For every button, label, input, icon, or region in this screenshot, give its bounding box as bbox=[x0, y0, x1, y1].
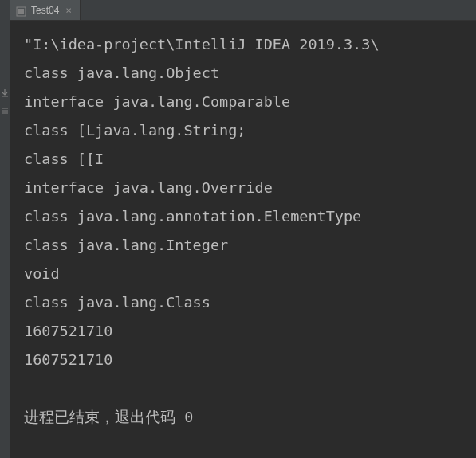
download-icon[interactable] bbox=[1, 89, 9, 97]
console-line: class java.lang.Object bbox=[24, 59, 468, 88]
console-line: 1607521710 bbox=[24, 317, 468, 346]
console-line: interface java.lang.Override bbox=[24, 174, 468, 202]
console-line bbox=[24, 374, 468, 403]
tab-label: Test04 bbox=[31, 5, 59, 16]
console-line: void bbox=[24, 260, 468, 288]
tab-bar: Test04 × bbox=[10, 0, 476, 21]
console-line: 1607521710 bbox=[24, 346, 468, 374]
tab-test04[interactable]: Test04 × bbox=[10, 0, 81, 20]
gutter bbox=[0, 0, 10, 458]
run-config-icon bbox=[16, 5, 26, 15]
console-line: interface java.lang.Comparable bbox=[24, 88, 468, 116]
svg-rect-1 bbox=[18, 9, 24, 14]
console-output[interactable]: "I:\idea-project\IntelliJ IDEA 2019.3.3\… bbox=[10, 21, 476, 458]
console-line: 进程已结束，退出代码 0 bbox=[24, 403, 468, 432]
console-line: class java.lang.Integer bbox=[24, 231, 468, 260]
console-line: class java.lang.Class bbox=[24, 288, 468, 317]
console-line: class java.lang.annotation.ElementType bbox=[24, 202, 468, 231]
close-icon[interactable]: × bbox=[64, 5, 73, 15]
main-area: Test04 × "I:\idea-project\IntelliJ IDEA … bbox=[10, 0, 476, 458]
console-line: class [[I bbox=[24, 145, 468, 174]
console-line: "I:\idea-project\IntelliJ IDEA 2019.3.3\ bbox=[24, 30, 468, 59]
console-line: class [Ljava.lang.String; bbox=[24, 116, 468, 145]
list-icon[interactable] bbox=[1, 107, 9, 115]
